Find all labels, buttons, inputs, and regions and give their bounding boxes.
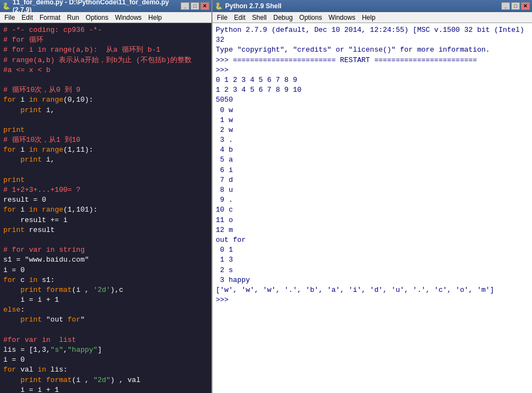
- shell-output-line: 5050: [216, 95, 529, 105]
- code-line: else:: [3, 305, 208, 315]
- shell-output-line: 1 2 3 4 5 6 7 8 9 10: [216, 85, 529, 95]
- shell-output-line: 32: [216, 35, 529, 45]
- code-line: [3, 75, 208, 85]
- editor-menu-windows[interactable]: Windows: [111, 13, 145, 22]
- code-line: [3, 325, 208, 335]
- shell-output-line: 3 happy: [216, 275, 529, 285]
- code-line: i = 0: [3, 265, 208, 275]
- shell-menu-file[interactable]: File: [214, 13, 231, 22]
- code-line: #for var in list: [3, 335, 208, 345]
- code-line: print format(i , "2d") , val: [3, 375, 208, 385]
- code-line: result += i: [3, 215, 208, 225]
- shell-menu-options[interactable]: Options: [296, 13, 325, 22]
- shell-icon: 🐍: [215, 2, 223, 10]
- code-line: for val in lis:: [3, 365, 208, 375]
- shell-menu-help[interactable]: Help: [359, 13, 379, 22]
- code-line: i = 0: [3, 355, 208, 365]
- editor-menu-file[interactable]: File: [1, 13, 18, 22]
- code-line: [3, 235, 208, 245]
- shell-maximize-button[interactable]: □: [511, 2, 520, 10]
- shell-output-line: 2 w: [216, 125, 529, 135]
- code-line: # -*- coding: cp936 -*-: [3, 25, 208, 35]
- editor-icon: 🐍: [2, 2, 10, 10]
- code-line: [3, 115, 208, 125]
- code-line: print: [3, 175, 208, 185]
- editor-pane: 🐍 11_for_demo.py - D:\PythonCode\11_for_…: [0, 0, 212, 393]
- code-line: print i,: [3, 106, 208, 115]
- shell-output-line: 6 i: [216, 165, 529, 175]
- app-window: 🐍 11_for_demo.py - D:\PythonCode\11_for_…: [0, 0, 532, 393]
- shell-output-line: 0 1: [216, 245, 529, 255]
- shell-output-line: 8 u: [216, 185, 529, 195]
- code-line: [3, 165, 208, 175]
- shell-output-line: 9 .: [216, 195, 529, 205]
- shell-menu-shell[interactable]: Shell: [249, 13, 270, 22]
- shell-output-line: out for: [216, 235, 529, 245]
- shell-output-line: 12 m: [216, 225, 529, 235]
- editor-menu-bar: File Edit Format Run Options Windows Hel…: [0, 12, 211, 23]
- code-line: # 循环10次，从1 到10: [3, 135, 208, 145]
- code-line: # 1+2+3+...+100= ?: [3, 185, 208, 195]
- shell-output-line: ['w', 'w', 'w', '.', 'b', 'a', 'i', 'd',…: [216, 285, 529, 295]
- editor-menu-help[interactable]: Help: [145, 13, 165, 22]
- code-line: s1 = "www.baidu.com": [3, 255, 208, 265]
- shell-menu-edit[interactable]: Edit: [231, 13, 249, 22]
- shell-close-button[interactable]: ✕: [521, 2, 530, 10]
- shell-output-line: 11 o: [216, 215, 529, 225]
- code-line: #a <= x < b: [3, 65, 208, 75]
- code-line: # for var in string: [3, 245, 208, 255]
- shell-title-text: Python 2.7.9 Shell: [225, 2, 282, 10]
- shell-output-line: 3 .: [216, 135, 529, 145]
- editor-content[interactable]: # -*- coding: cp936 -*-# for 循环# for i i…: [0, 23, 211, 393]
- shell-output-line: 7 d: [216, 175, 529, 185]
- editor-maximize-button[interactable]: □: [191, 2, 199, 10]
- shell-output-line: >>>: [216, 65, 529, 75]
- code-line: print result: [3, 225, 208, 235]
- code-line: for i in range(1,101):: [3, 205, 208, 215]
- shell-output-line: 0 1 2 3 4 5 6 7 8 9: [216, 75, 529, 85]
- shell-output-line: >>> ======================== RESTART ===…: [216, 56, 529, 65]
- editor-menu-options[interactable]: Options: [82, 13, 111, 22]
- editor-minimize-button[interactable]: _: [181, 2, 189, 10]
- shell-output-line: >>>: [216, 295, 529, 305]
- code-line: for i in range(0,10):: [3, 95, 208, 105]
- editor-close-button[interactable]: ✕: [200, 2, 209, 10]
- shell-output-line: 5 a: [216, 155, 529, 165]
- shell-output-line: 2 s: [216, 265, 529, 275]
- code-line: # range(a,b) 表示从a开始，到b为止 (不包括b)的整数: [3, 56, 208, 65]
- shell-output-line: 4 b: [216, 145, 529, 155]
- editor-menu-edit[interactable]: Edit: [18, 13, 36, 22]
- code-line: i = i + 1: [3, 295, 208, 305]
- shell-menu-bar: File Edit Shell Debug Options Windows He…: [212, 12, 532, 23]
- shell-output-line: 0 w: [216, 106, 529, 115]
- code-line: # for 循环: [3, 35, 208, 45]
- code-line: print format(i , '2d'),c: [3, 285, 208, 295]
- code-line: print: [3, 125, 208, 135]
- code-line: for i in range(1,11):: [3, 145, 208, 155]
- shell-minimize-button[interactable]: _: [501, 2, 510, 10]
- shell-menu-debug[interactable]: Debug: [270, 13, 296, 22]
- shell-menu-windows[interactable]: Windows: [325, 13, 359, 22]
- shell-pane: 🐍 Python 2.7.9 Shell _ □ ✕ File Edit She…: [212, 0, 532, 393]
- code-line: print i,: [3, 155, 208, 165]
- code-line: print "out for": [3, 315, 208, 325]
- shell-content[interactable]: Python 2.7.9 (default, Dec 10 2014, 12:2…: [212, 23, 532, 393]
- code-line: for c in s1:: [3, 275, 208, 285]
- shell-output-line: Python 2.7.9 (default, Dec 10 2014, 12:2…: [216, 25, 529, 35]
- code-line: # for i in range(a,b): 从a 循环到 b-1: [3, 45, 208, 55]
- shell-output-line: Type "copyright", "credits" or "license(…: [216, 45, 529, 55]
- shell-output-line: 10 c: [216, 205, 529, 215]
- code-line: i = i + 1: [3, 385, 208, 393]
- code-line: result = 0: [3, 195, 208, 205]
- editor-menu-format[interactable]: Format: [36, 13, 64, 22]
- editor-title-bar: 🐍 11_for_demo.py - D:\PythonCode\11_for_…: [0, 0, 211, 12]
- code-line: # 循环10次，从0 到 9: [3, 85, 208, 95]
- shell-output-line: 1 3: [216, 255, 529, 265]
- editor-menu-run[interactable]: Run: [64, 13, 82, 22]
- code-line: lis = [1,3,"s","happy"]: [3, 345, 208, 355]
- shell-title-bar: 🐍 Python 2.7.9 Shell _ □ ✕: [212, 0, 532, 12]
- shell-output-line: 1 w: [216, 115, 529, 125]
